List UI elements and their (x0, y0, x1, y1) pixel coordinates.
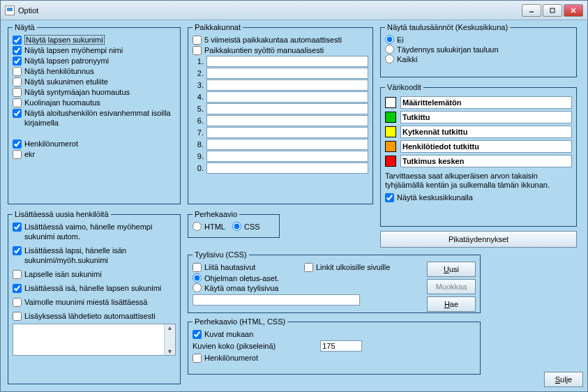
pk-num-9: 0. (193, 164, 204, 172)
color-input-0[interactable] (400, 96, 572, 109)
radio-oletus-wrap[interactable]: Ohjelman oletus-aset. (193, 273, 427, 282)
color-input-1[interactable] (400, 111, 572, 123)
group-lisattaessa: Lisättäessä uusia henkilöitä Lisättäessä… (8, 210, 181, 384)
chk-lisa-0[interactable] (13, 223, 22, 232)
lbl-nayta-7: Näytä aloitushenkilön esivanhemmat isoil… (24, 108, 176, 128)
legend-paikkakunnat: Paikkakunnat (193, 23, 243, 31)
chk-liita[interactable] (193, 263, 202, 272)
lbl-nayta-3: Näytä henkilötunnus (24, 66, 94, 76)
pk-input-9[interactable] (206, 163, 368, 174)
radio-tayd-wrap[interactable]: Täydennys sukukirjan tauluun (385, 45, 572, 54)
color-input-4[interactable] (400, 155, 572, 167)
lbl-linkit: Linkit ulkoisille sivuille (316, 262, 390, 272)
pk-num-8: 9. (193, 152, 204, 160)
btn-muokkaa[interactable]: Muokkaa (427, 279, 476, 294)
lbl-lisa-1: Lisättäessä lapsi, hänelle isän sukunimi… (24, 246, 176, 265)
pk-num-0: 1. (193, 57, 204, 66)
radio-kaikki[interactable] (385, 54, 394, 63)
chk-nayta-extra-1[interactable] (13, 150, 22, 159)
group-perhekaavio: Perhekaavio HTML CSS (188, 210, 280, 238)
legend-tyylisivu: Tyylisivu (CSS) (193, 250, 249, 259)
radio-kaikki-wrap[interactable]: Kaikki (385, 54, 572, 63)
lbl-kuvat: Kuvat mukaan (204, 329, 253, 339)
lbl-nayta-extra-1: ekr (24, 149, 35, 159)
pk-num-5: 6. (193, 116, 204, 125)
group-perhekaavio2: Perhekaavio (HTML, CSS) Kuvat mukaan Kuv… (188, 317, 481, 375)
btn-pika[interactable]: Pikatäydennykset (380, 231, 577, 248)
pk-input-0[interactable] (206, 56, 368, 67)
chk-lisa-4[interactable] (13, 298, 22, 307)
lbl-nayta-extra-0: Henkilönumerot (24, 139, 78, 149)
radio-html[interactable] (193, 222, 202, 231)
chk-lisa-5[interactable] (13, 312, 22, 321)
radio-ei-wrap[interactable]: Ei (385, 35, 572, 44)
chk-nayta-5[interactable] (13, 88, 22, 97)
radio-oma-wrap[interactable]: Käytä omaa tyylisivua (193, 283, 427, 292)
radio-css-wrap[interactable]: CSS (232, 222, 260, 231)
color-swatch-1[interactable] (385, 112, 396, 123)
chk-nayta-0[interactable] (13, 36, 22, 45)
chk-nayta-1[interactable] (13, 46, 22, 55)
group-paikkakunnat: Paikkakunnat 5 viimeistä paikkakuntaa au… (188, 23, 373, 204)
chk-lisa-3[interactable] (13, 284, 22, 293)
pk-input-6[interactable] (206, 127, 368, 138)
chk-manual[interactable] (193, 46, 202, 55)
group-tyylisivu: Tyylisivu (CSS) Liitä hautasivut Linkit … (188, 250, 481, 313)
pk-input-8[interactable] (206, 151, 368, 162)
input-koko[interactable] (320, 340, 362, 352)
chk-lisa-2[interactable] (13, 270, 22, 279)
chk-nayta-4[interactable] (13, 77, 22, 86)
chk-nayta-6[interactable] (13, 98, 22, 107)
chk-nayta-7[interactable] (13, 109, 22, 118)
radio-css[interactable] (232, 222, 241, 231)
close-button[interactable] (564, 4, 583, 17)
chk-nayta-2[interactable] (13, 56, 22, 66)
lbl-henk2: Henkilönumerot (204, 353, 258, 363)
pk-input-3[interactable] (206, 91, 368, 103)
chk-keskus[interactable] (385, 193, 394, 202)
radio-tayd[interactable] (385, 45, 394, 54)
chk-kuvat[interactable] (193, 330, 202, 339)
color-swatch-0[interactable] (385, 97, 396, 108)
pk-num-6: 7. (193, 128, 204, 137)
color-swatch-3[interactable] (385, 141, 396, 152)
color-input-3[interactable] (400, 140, 572, 153)
chk-henk2[interactable] (193, 354, 202, 363)
pk-input-2[interactable] (206, 80, 368, 91)
pk-input-7[interactable] (206, 139, 368, 150)
maximize-button[interactable] (543, 4, 562, 17)
pk-input-1[interactable] (206, 68, 368, 79)
legend-taulu: Näytä taulusäännöt (Keskusikkuna) (385, 23, 510, 31)
lbl-lisa-3: Lisättäessä isä, hänelle lapsen sukunimi (24, 283, 161, 293)
color-input-2[interactable] (400, 126, 572, 138)
lisattaessa-textarea[interactable]: ▲▼ (13, 324, 176, 356)
pk-input-4[interactable] (206, 103, 368, 114)
pk-input-5[interactable] (206, 115, 368, 126)
window-title: Optiot (18, 6, 522, 15)
chk-nayta-3[interactable] (13, 67, 22, 76)
chk-lisa-1[interactable] (13, 246, 22, 255)
color-swatch-4[interactable] (385, 156, 396, 167)
chk-nayta-extra-0[interactable] (13, 140, 22, 149)
lbl-nayta-6: Kuolinajan huomautus (24, 98, 100, 107)
chk-linkit[interactable] (304, 263, 313, 272)
chk-auto5[interactable] (193, 36, 202, 45)
btn-sulje[interactable]: Sulje (544, 372, 583, 387)
titlebar[interactable]: Optiot (1, 1, 587, 20)
btn-uusi[interactable]: Uusi (427, 262, 476, 277)
radio-oletus[interactable] (193, 273, 202, 282)
radio-html-wrap[interactable]: HTML (193, 222, 225, 231)
radio-oma[interactable] (193, 283, 202, 292)
legend-perhekaavio2: Perhekaavio (HTML, CSS) (193, 317, 287, 326)
tyylisivu-path-input[interactable] (193, 294, 360, 306)
radio-ei[interactable] (385, 35, 394, 44)
group-varikoodit: Värikoodit Tarvittaessa saat alkuperäise… (380, 83, 577, 227)
scrollbar[interactable]: ▲▼ (164, 324, 175, 355)
minimize-button[interactable] (522, 4, 541, 17)
options-window: Optiot Näytä Näytä lapsen sukunimiNäytä … (0, 0, 588, 392)
app-icon (5, 6, 15, 15)
color-swatch-2[interactable] (385, 126, 396, 137)
varikoodit-note: Tarvittaessa saat alkuperäisen arvon tak… (385, 172, 572, 190)
pk-num-2: 3. (193, 81, 204, 89)
btn-hae[interactable]: Hae (427, 296, 476, 312)
